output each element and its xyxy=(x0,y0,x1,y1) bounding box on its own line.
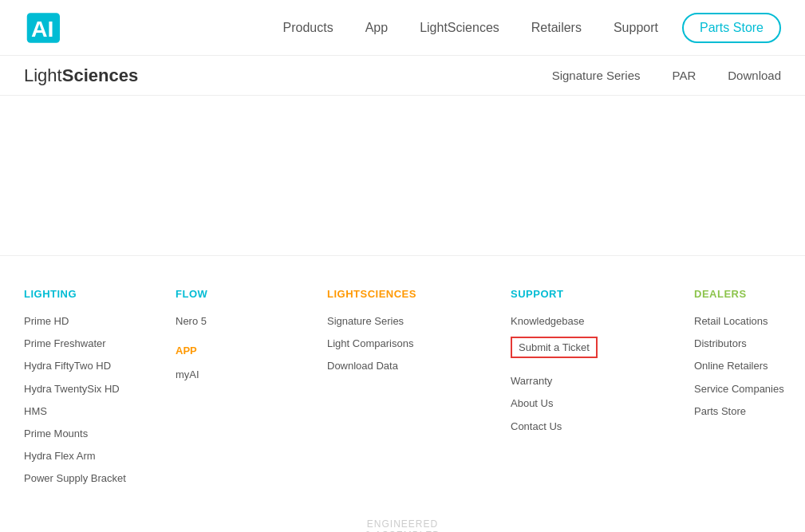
footer-heading-support: SUPPORT xyxy=(511,288,670,300)
logo[interactable]: AI xyxy=(24,8,72,48)
svg-text:AI: AI xyxy=(31,16,54,41)
footer-heading-app: APP xyxy=(176,345,303,357)
footer-link-myai[interactable]: myAI xyxy=(176,368,303,382)
footer-col-lighting: LIGHTING Prime HD Prime Freshwater Hydra… xyxy=(24,288,152,495)
footer-link-prime-mounts[interactable]: Prime Mounts xyxy=(24,427,152,441)
footer-link-light-comparisons[interactable]: Light Comparisons xyxy=(327,337,487,351)
footer-heading-dealers: DEALERS xyxy=(694,288,805,300)
nav-support[interactable]: Support xyxy=(614,21,658,35)
title-light: Light xyxy=(24,65,62,85)
footer-link-nero5[interactable]: Nero 5 xyxy=(176,314,303,329)
footer-link-about-us[interactable]: About Us xyxy=(511,396,670,411)
footer-link-hms[interactable]: HMS xyxy=(24,404,152,419)
footer-link-power-supply[interactable]: Power Supply Bracket xyxy=(24,471,152,486)
nav-retailers[interactable]: Retailers xyxy=(531,21,582,35)
footer-link-parts-store[interactable]: Parts Store xyxy=(694,404,805,419)
footer-link-hydra-twentysix[interactable]: Hydra TwentySix HD xyxy=(24,382,152,396)
footer-col-lightsciences: LIGHTSCIENCES Signature Series Light Com… xyxy=(327,288,487,495)
footer-columns: LIGHTING Prime HD Prime Freshwater Hydra… xyxy=(24,288,781,495)
page-title: LightSciences xyxy=(24,65,138,86)
footer-link-distributors[interactable]: Distributors xyxy=(694,337,805,351)
footer-link-submit-ticket[interactable]: Submit a Ticket xyxy=(511,337,598,358)
sub-nav-links: Signature Series PAR Download xyxy=(552,69,781,82)
top-navigation: AI Products App LightSciences Retailers … xyxy=(0,0,805,56)
nav-links: Products App LightSciences Retailers Sup… xyxy=(283,21,658,35)
footer-link-download-data[interactable]: Download Data xyxy=(327,359,487,373)
nav-app[interactable]: App xyxy=(365,21,388,35)
footer-link-contact-us[interactable]: Contact Us xyxy=(511,420,670,434)
footer-heading-lightsciences: LIGHTSCIENCES xyxy=(327,288,487,300)
subnav-par[interactable]: PAR xyxy=(673,69,696,82)
footer-link-hydra-fiftytwo[interactable]: Hydra FiftyTwo HD xyxy=(24,359,152,373)
subnav-download[interactable]: Download xyxy=(728,69,781,82)
footer-heading-lighting: LIGHTING xyxy=(24,288,152,300)
main-content xyxy=(0,96,805,255)
footer-link-warranty[interactable]: Warranty xyxy=(511,374,670,388)
nav-products[interactable]: Products xyxy=(283,21,333,35)
footer-link-signature-series[interactable]: Signature Series xyxy=(327,314,487,329)
footer-link-prime-hd[interactable]: Prime HD xyxy=(24,314,152,329)
subnav-signature-series[interactable]: Signature Series xyxy=(552,69,641,82)
footer-heading-flow: FLOW xyxy=(176,288,303,300)
footer-bottom-text: ENGINEERED& ASSEMBLEDIN IOWA xyxy=(24,518,781,533)
footer-link-hydra-flex-arm[interactable]: Hydra Flex Arm xyxy=(24,449,152,463)
footer-col-support: SUPPORT Knowledgebase Submit a Ticket Wa… xyxy=(511,288,670,495)
title-sciences: Sciences xyxy=(62,65,138,85)
footer: LIGHTING Prime HD Prime Freshwater Hydra… xyxy=(0,255,805,532)
footer-link-online-retailers[interactable]: Online Retailers xyxy=(694,359,805,373)
nav-lightsciences[interactable]: LightSciences xyxy=(420,21,499,35)
footer-link-prime-freshwater[interactable]: Prime Freshwater xyxy=(24,337,152,351)
footer-link-knowledgebase[interactable]: Knowledgebase xyxy=(511,314,670,329)
footer-link-service-companies[interactable]: Service Companies xyxy=(694,382,805,396)
footer-link-retail-locations[interactable]: Retail Locations xyxy=(694,314,805,329)
sub-navigation: LightSciences Signature Series PAR Downl… xyxy=(0,56,805,96)
parts-store-button[interactable]: Parts Store xyxy=(682,13,781,43)
footer-col-flow: FLOW Nero 5 APP myAI xyxy=(176,288,303,495)
footer-col-dealers: DEALERS Retail Locations Distributors On… xyxy=(694,288,805,495)
